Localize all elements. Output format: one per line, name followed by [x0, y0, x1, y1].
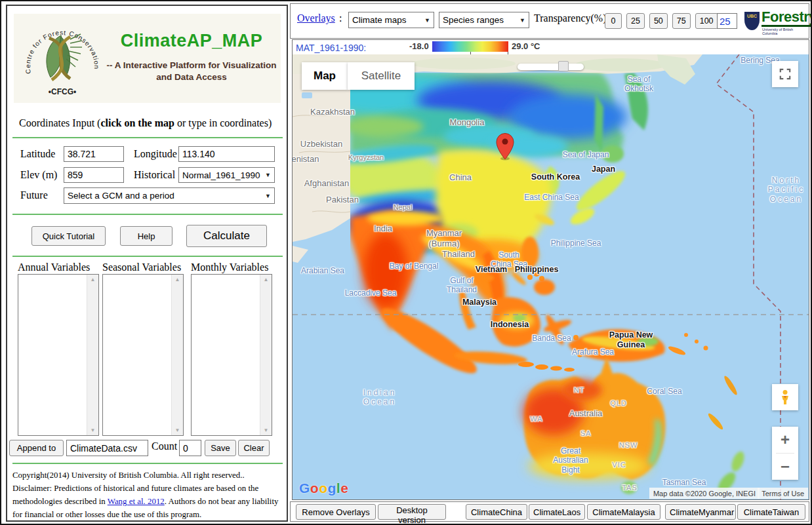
ubc-logo: UBC [744, 12, 760, 30]
append-to-button[interactable]: Append to [9, 440, 64, 456]
bottom-bar-button[interactable]: Desktop version [378, 504, 446, 520]
scrollbar[interactable]: ▲▼ [171, 275, 183, 435]
tab-map[interactable]: Map [302, 62, 348, 90]
divider [12, 214, 283, 215]
leaf-icon [47, 34, 82, 80]
bottom-bar-button[interactable]: ClimateMalaysia [587, 504, 660, 520]
scroll-down-icon[interactable]: ▼ [87, 427, 98, 433]
transparency-slider[interactable] [518, 64, 584, 70]
bottom-bar-button[interactable]: ClimateMyanmar [665, 504, 736, 520]
help-button[interactable]: Help [120, 226, 173, 246]
longitude-label: Longitude [134, 148, 177, 160]
chevron-down-icon: ▼ [424, 17, 430, 24]
subtitle-line1: -- A Interactive Platform for Visualizat… [106, 60, 276, 70]
monthly-variables-listbox[interactable]: ▲▼ [191, 274, 272, 436]
scroll-down-icon[interactable]: ▼ [172, 427, 183, 433]
forestry-logo-subtext: University of British Columbia [762, 28, 809, 35]
bottom-toolbar: Remove OverlaysDesktop versionClimateChi… [290, 501, 809, 522]
scroll-up-icon[interactable]: ▲ [87, 277, 98, 282]
coordinates-heading: Coordinates Input (click on the map or t… [19, 117, 272, 129]
bottom-bar-button[interactable]: ClimateChina [466, 504, 527, 520]
pegman-button[interactable] [772, 384, 798, 410]
map-legend-bar: MAT_1961-1990: -18.0 29.0 °C [293, 40, 809, 54]
color-scale [432, 41, 508, 52]
control-panel: Centre for Forest Conservation Genetics … [6, 5, 288, 522]
wang-2012-link[interactable]: Wang et al. 2012 [108, 497, 165, 506]
latitude-label: Latitude [20, 148, 55, 160]
layer-label: MAT_1961-1990: [296, 43, 366, 53]
map-canvas[interactable]: Bering SeaSea of OkhotskSea of JapanEast… [293, 54, 809, 499]
elevation-input[interactable] [64, 167, 124, 183]
overlays-toolbar: Overlays : Climate maps▼ Species ranges▼… [290, 3, 809, 39]
climate-maps-select[interactable]: Climate maps▼ [348, 12, 434, 28]
filename-input[interactable] [66, 440, 148, 456]
scrollbar[interactable]: ▲▼ [260, 275, 272, 435]
scroll-down-icon[interactable]: ▼ [260, 427, 272, 433]
divider [12, 137, 283, 138]
transparency-preset-button[interactable]: 50 [649, 13, 668, 29]
page-subtitle: -- A Interactive Platform for Visualizat… [99, 60, 284, 83]
calculate-button[interactable]: Calculate [186, 225, 267, 247]
transparency-input[interactable] [717, 13, 737, 29]
annual-variables-label: Annual Variables [18, 262, 90, 273]
scale-max-value: 29.0 °C [512, 41, 540, 51]
logo-acronym: •CFCG• [49, 87, 76, 96]
future-select[interactable]: Select a GCM and a period▼ [64, 187, 275, 204]
scroll-up-icon[interactable]: ▲ [172, 277, 183, 282]
scroll-up-icon[interactable]: ▲ [260, 277, 272, 282]
quick-tutorial-button[interactable]: Quick Tutorial [31, 226, 106, 246]
elev-label: Elev (m) [20, 169, 57, 181]
terms-of-use-link[interactable]: Terms of Use [758, 488, 808, 499]
forestry-logo: Forestry [761, 9, 812, 27]
chevron-down-icon: ▼ [265, 193, 271, 199]
map-attribution: Map data ©2020 Google, INEGI [649, 488, 760, 499]
slider-handle[interactable] [558, 61, 569, 71]
chevron-down-icon: ▼ [519, 17, 525, 24]
climateap-map-page: Centre for Forest Conservation Genetics … [0, 0, 812, 525]
transparency-preset-button[interactable]: 75 [672, 13, 691, 29]
pegman-icon [779, 389, 792, 405]
transparency-preset-button[interactable]: 25 [626, 13, 645, 29]
page-title: ClimateAP_MAP [104, 31, 279, 51]
subtitle-line2: and Data Access [156, 72, 227, 82]
latitude-input[interactable] [64, 146, 124, 162]
divider [12, 256, 283, 257]
count-input[interactable] [179, 440, 201, 456]
scale-min-value: -18.0 [409, 41, 429, 51]
clear-button[interactable]: Clear [238, 440, 270, 456]
header-block: Centre for Forest Conservation Genetics … [14, 14, 281, 103]
fullscreen-icon [779, 68, 791, 80]
save-button[interactable]: Save [205, 440, 236, 456]
google-logo[interactable]: Google [299, 480, 348, 496]
overlays-colon: : [339, 12, 342, 24]
count-label: Count [152, 440, 177, 452]
divider [12, 463, 283, 464]
fullscreen-button[interactable] [772, 61, 798, 87]
transparency-preset-button[interactable]: 0 [605, 13, 622, 29]
copyright-text: Copyright(2014) University of British Co… [12, 469, 284, 521]
longitude-input[interactable] [178, 146, 275, 162]
zoom-control: + − [772, 427, 798, 480]
transparency-label: Transparency(%): [534, 12, 609, 24]
bottom-bar-button[interactable]: ClimateTaiwan [737, 504, 805, 520]
zoom-out-button[interactable]: − [772, 454, 798, 480]
annual-variables-listbox[interactable]: ▲▼ [18, 274, 99, 436]
map-artwork [293, 54, 809, 499]
chevron-down-icon: ▼ [265, 172, 271, 178]
transparency-preset-button[interactable]: 100 [695, 13, 718, 29]
historical-select[interactable]: Normal_1961_1990▼ [178, 167, 275, 183]
zoom-in-button[interactable]: + [772, 427, 798, 453]
bottom-bar-button[interactable]: ClimateLaos [529, 504, 585, 520]
cfcg-logo: Centre for Forest Conservation Genetics … [20, 17, 104, 100]
bottom-bar-button[interactable]: Remove Overlays [296, 504, 376, 520]
historical-label: Historical [134, 169, 175, 181]
seasonal-variables-label: Seasonal Variables [102, 262, 181, 273]
species-ranges-select[interactable]: Species ranges▼ [439, 12, 529, 28]
future-label: Future [20, 189, 48, 201]
monthly-variables-label: Monthly Variables [191, 262, 268, 273]
seasonal-variables-listbox[interactable]: ▲▼ [102, 274, 184, 436]
overlays-link[interactable]: Overlays [297, 12, 335, 24]
tab-satellite[interactable]: Satellite [348, 62, 415, 90]
map-panel: MAT_1961-1990: -18.0 29.0 °C [292, 39, 809, 500]
scrollbar[interactable]: ▲▼ [87, 275, 98, 435]
